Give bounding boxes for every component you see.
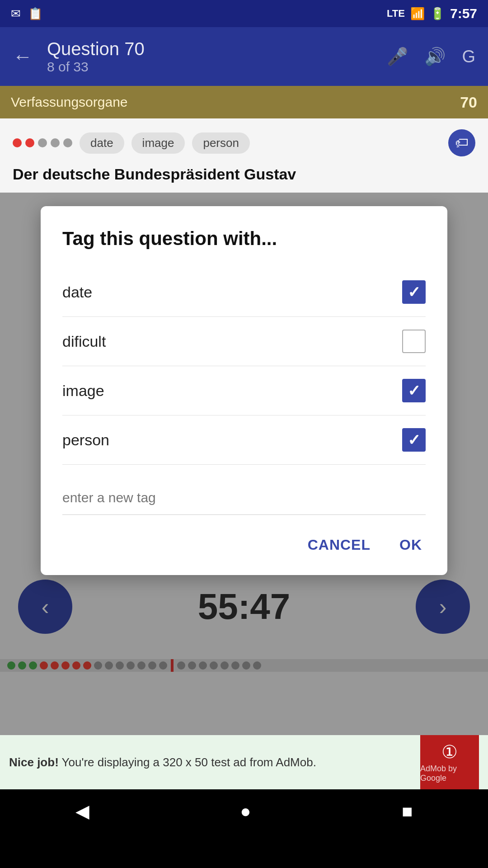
tag-option-row[interactable]: date: [62, 268, 426, 317]
cancel-button[interactable]: CANCEL: [304, 531, 374, 559]
dot-1: [13, 138, 22, 147]
tag-options: datedificultimageperson: [62, 268, 426, 465]
content-area: Tag this question with... datedificultim…: [0, 193, 488, 735]
tag-checkbox-person[interactable]: [402, 428, 426, 452]
app-bar-icons: 🎤 🔊 G: [387, 47, 475, 66]
app-title: Question 70: [47, 39, 372, 59]
sys-back-button[interactable]: ◀: [75, 801, 89, 821]
title-group: Question 70 8 of 33: [47, 39, 372, 75]
clock: 7:57: [450, 6, 477, 21]
translate-icon[interactable]: G: [462, 47, 475, 66]
tag-option-row[interactable]: image: [62, 366, 426, 415]
tag-checkbox-image[interactable]: [402, 379, 426, 402]
back-button[interactable]: ←: [13, 45, 33, 68]
tag-option-row[interactable]: dificult: [62, 317, 426, 366]
gmail-icon: ✉: [11, 7, 21, 21]
category-bar: Verfassungsorgane 70: [0, 86, 488, 118]
tag-chip-image: image: [131, 132, 185, 154]
ad-text: Nice job! You're displaying a 320 x 50 t…: [9, 755, 413, 769]
mic-icon[interactable]: 🎤: [387, 47, 408, 66]
category-label: Verfassungsorgane: [11, 94, 128, 110]
ad-banner: Nice job! You're displaying a 320 x 50 t…: [0, 735, 488, 789]
tag-option-label: dificult: [62, 333, 106, 350]
tag-option-label: date: [62, 283, 92, 301]
signal-icon: 📶: [410, 7, 425, 21]
tag-option-label: image: [62, 382, 104, 400]
status-bar: ✉ 📋 LTE 📶 🔋 7:57: [0, 0, 488, 27]
category-number: 70: [460, 94, 477, 111]
tag-chip-person: person: [192, 132, 250, 154]
ad-logo: ① AdMob by Google: [420, 735, 479, 789]
dialog: Tag this question with... datedificultim…: [41, 206, 447, 575]
tag-option-label: person: [62, 431, 109, 449]
dot-5: [63, 138, 72, 147]
lte-icon: LTE: [387, 8, 405, 19]
tag-chip-date: date: [80, 132, 124, 154]
sys-nav: ◀ ● ■: [0, 789, 488, 833]
question-bg: date image person 🏷 Der deutsche Bundesp…: [0, 118, 488, 193]
app-bar: ← Question 70 8 of 33 🎤 🔊 G: [0, 27, 488, 86]
ok-button[interactable]: OK: [396, 531, 426, 559]
question-text: Der deutsche Bundespräsident Gustav: [13, 165, 475, 193]
sys-recents-button[interactable]: ■: [402, 801, 413, 821]
new-tag-section[interactable]: [62, 486, 426, 515]
tag-option-row[interactable]: person: [62, 415, 426, 465]
admob-text: AdMob by Google: [420, 764, 479, 783]
battery-icon: 🔋: [430, 7, 445, 21]
status-bar-right: LTE 📶 🔋 7:57: [387, 6, 477, 21]
tags-row: date image person 🏷: [13, 129, 475, 156]
dot-3: [38, 138, 47, 147]
dot-2: [25, 138, 34, 147]
status-bar-left: ✉ 📋: [11, 7, 42, 21]
admob-icon: ①: [441, 741, 458, 762]
new-tag-input[interactable]: [62, 486, 426, 509]
sys-home-button[interactable]: ●: [240, 801, 251, 821]
tag-checkbox-date[interactable]: [402, 280, 426, 304]
tag-button[interactable]: 🏷: [448, 129, 475, 156]
dot-4: [51, 138, 60, 147]
tag-checkbox-dificult[interactable]: [402, 330, 426, 353]
app-subtitle: 8 of 33: [47, 59, 372, 75]
volume-icon[interactable]: 🔊: [424, 47, 446, 66]
dots-group: [13, 138, 72, 147]
dialog-buttons: CANCEL OK: [62, 531, 426, 559]
dialog-title: Tag this question with...: [62, 228, 426, 250]
memo-icon: 📋: [28, 7, 42, 21]
